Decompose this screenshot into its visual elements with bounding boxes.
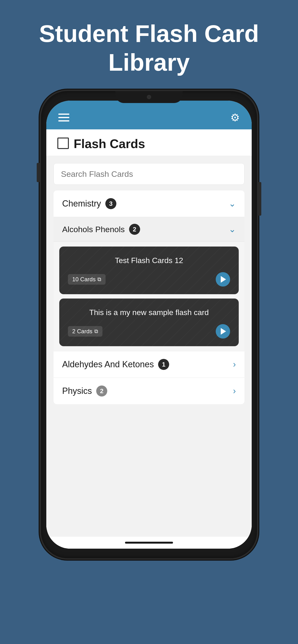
flash-card-title-2: This is a my new sample flash card [68,308,230,317]
category-name-chemistry: Chemistry [62,198,101,209]
gear-icon[interactable]: ⚙ [230,112,240,124]
flash-cards-container: Test Flash Cards 12 10 Cards ⧉ [54,242,244,351]
subcategory-chevron-down-icon: ⌄ [229,224,236,234]
category-left: Chemistry 3 [62,198,116,209]
content-area: Flash Cards Chemistry 3 ⌄ [46,130,252,549]
category-name-physics: Physics [62,386,92,396]
flash-card-1[interactable]: Test Flash Cards 12 10 Cards ⧉ [59,246,239,294]
aldehydes-badge: 1 [158,359,169,370]
category-row-chemistry[interactable]: Chemistry 3 ⌄ [54,190,244,217]
section-title: Flash Cards [74,136,145,151]
chevron-down-icon: ⌄ [229,198,236,209]
page-title: Student Flash Card Library [14,19,284,77]
hamburger-icon[interactable] [58,114,69,122]
subcategory-left: Alcohols Phenols 2 [62,224,140,235]
category-row-physics[interactable]: Physics 2 › [54,378,244,404]
section-header: Flash Cards [46,130,252,156]
flash-card-footer-1: 10 Cards ⧉ [68,272,230,286]
play-button-1[interactable] [216,272,230,286]
aldehydes-left: Aldehydes And Ketones 1 [62,359,169,370]
home-indicator [46,537,252,549]
category-row-aldehydes[interactable]: Aldehydes And Ketones 1 › [54,351,244,378]
cards-count-icon-2: ⧉ [94,328,98,334]
page-title-area: Student Flash Card Library [0,0,298,91]
physics-left: Physics 2 [62,386,107,396]
flash-card-2[interactable]: This is a my new sample flash card 2 Car… [59,298,239,346]
search-container[interactable] [54,163,244,185]
cards-count-text-1: 10 Cards [72,276,95,283]
category-list: Chemistry 3 ⌄ Alcohols Phenols 2 ⌄ [54,190,244,404]
cards-count-text-2: 2 Cards [72,328,92,335]
flash-card-footer-2: 2 Cards ⧉ [68,324,230,338]
alcohols-badge: 2 [129,224,140,235]
physics-chevron-right-icon: › [233,386,236,396]
flashcard-icon [58,138,69,149]
camera [147,95,151,99]
chemistry-badge: 3 [105,198,116,209]
physics-badge: 2 [96,386,107,396]
home-bar [125,542,173,544]
category-name-aldehydes: Aldehydes And Ketones [62,360,154,370]
cards-count-badge-2: 2 Cards ⧉ [68,326,102,336]
hamburger-line-2 [58,117,69,118]
subcategory-name-alcohols: Alcohols Phenols [62,225,125,234]
flash-card-title-1: Test Flash Cards 12 [68,256,230,265]
list-area: Chemistry 3 ⌄ Alcohols Phenols 2 ⌄ [46,156,252,537]
aldehydes-chevron-right-icon: › [233,360,236,370]
search-input[interactable] [61,170,237,179]
hamburger-line-1 [58,114,69,115]
play-button-2[interactable] [216,324,230,338]
cards-count-icon-1: ⧉ [97,276,101,282]
cards-count-badge-1: 10 Cards ⧉ [68,274,106,284]
subcategory-section-alcohols: Alcohols Phenols 2 ⌄ Test Flash Cards 12 [54,217,244,351]
phone-notch [115,91,183,103]
hamburger-line-3 [58,120,69,122]
subcategory-header-alcohols[interactable]: Alcohols Phenols 2 ⌄ [54,217,244,242]
app-header: ⚙ [46,100,252,130]
screen: ⚙ Flash Cards Chemistr [46,100,252,549]
phone-frame: ⚙ Flash Cards Chemistr [41,91,257,558]
